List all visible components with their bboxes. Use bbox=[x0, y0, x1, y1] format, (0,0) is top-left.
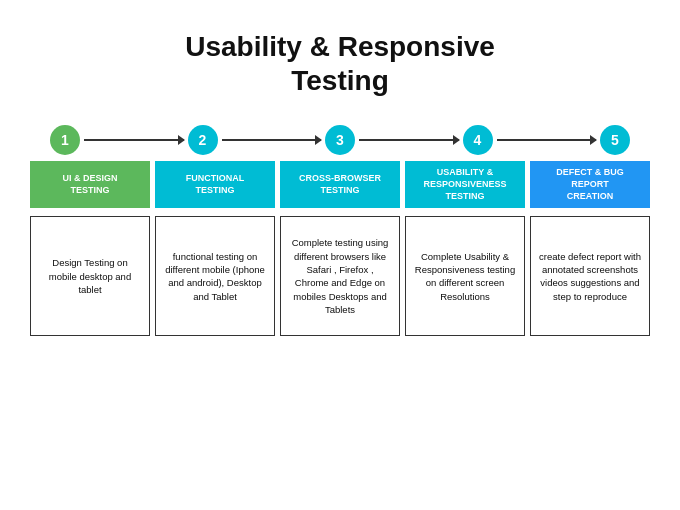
arrow-1 bbox=[84, 139, 184, 141]
step-5-label: DEFECT & BUGREPORTCREATION bbox=[530, 161, 650, 208]
step-1-circle: 1 bbox=[50, 125, 80, 155]
step-5-circle: 5 bbox=[600, 125, 630, 155]
step-2-label: FUNCTIONALTESTING bbox=[155, 161, 275, 208]
step-4-number-wrapper: 4 bbox=[463, 125, 601, 155]
step-1-desc: Design Testing on mobile desktop and tab… bbox=[30, 216, 150, 336]
step-desc-row: Design Testing on mobile desktop and tab… bbox=[30, 216, 650, 336]
step-1-number-wrapper: 1 bbox=[50, 125, 188, 155]
page-title: Usability & Responsive Testing bbox=[185, 30, 495, 97]
arrow-3 bbox=[359, 139, 459, 141]
arrow-2 bbox=[222, 139, 322, 141]
step-4-desc: Complete Usability & Responsiveness test… bbox=[405, 216, 525, 336]
step-2-desc: functional testing on different mobile (… bbox=[155, 216, 275, 336]
step-1-label: UI & DESIGNTESTING bbox=[30, 161, 150, 208]
step-3-desc: Complete testing using different browser… bbox=[280, 216, 400, 336]
step-5-desc: create defect report with annotated scre… bbox=[530, 216, 650, 336]
step-3-label: CROSS-BROWSERTESTING bbox=[280, 161, 400, 208]
step-2-number-wrapper: 2 bbox=[188, 125, 326, 155]
arrow-4 bbox=[497, 139, 597, 141]
step-2-circle: 2 bbox=[188, 125, 218, 155]
step-labels-row: UI & DESIGNTESTING FUNCTIONALTESTING CRO… bbox=[30, 161, 650, 208]
step-3-circle: 3 bbox=[325, 125, 355, 155]
step-4-label: USABILITY &RESPONSIVENESSTESTING bbox=[405, 161, 525, 208]
step-5-number-wrapper: 5 bbox=[600, 125, 630, 155]
step-3-number-wrapper: 3 bbox=[325, 125, 463, 155]
step-4-circle: 4 bbox=[463, 125, 493, 155]
flow-diagram: 1 2 3 4 5 bbox=[30, 125, 650, 336]
step-numbers-row: 1 2 3 4 5 bbox=[30, 125, 650, 155]
